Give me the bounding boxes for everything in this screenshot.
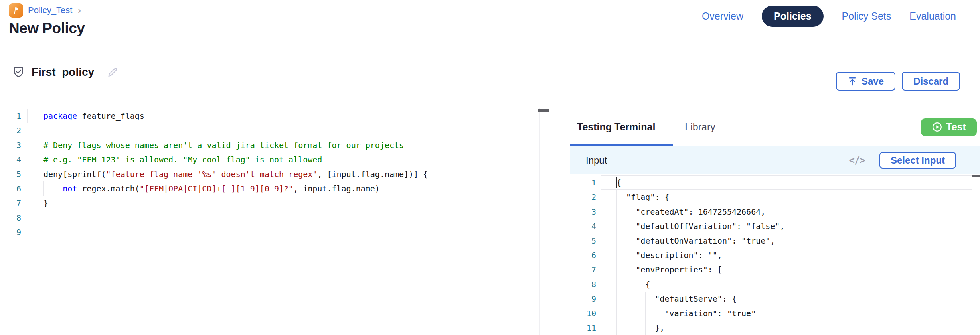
line-number: 2 [570, 190, 596, 204]
code-line-text: "defaultServe": { [616, 292, 737, 306]
test-button[interactable]: Test [921, 118, 977, 136]
code-line[interactable]: 6"description": "", [570, 248, 980, 262]
tab-overview[interactable]: Overview [702, 10, 743, 22]
code-line[interactable]: 9 [0, 225, 549, 239]
tab-policy-sets[interactable]: Policy Sets [842, 10, 891, 22]
code-line-text: { [616, 277, 650, 292]
input-header-bar: Input </> Select Input [570, 146, 980, 174]
line-number: 8 [0, 211, 21, 225]
indent-guide [626, 205, 636, 219]
code-line[interactable]: 1package feature_flags [0, 109, 549, 123]
select-input-button[interactable]: Select Input [879, 152, 956, 169]
text-cursor [616, 177, 617, 188]
code-line-text: package feature_flags [43, 109, 144, 123]
code-line-text: }, [616, 321, 664, 335]
code-line[interactable]: 7"envProperties": [ [570, 262, 980, 277]
indent-guide [636, 277, 645, 292]
code-line[interactable]: 11}, [570, 321, 980, 335]
line-number: 9 [0, 225, 21, 239]
code-line-text: deny[sprintf("feature flag name '%s' doe… [43, 167, 428, 181]
indent-guide [616, 277, 626, 292]
code-line[interactable]: 8{ [570, 277, 980, 292]
breadcrumb-project-link[interactable]: Policy_Test [28, 5, 72, 16]
input-json-editor[interactable]: 1{2"flag": {3"createdAt": 1647255426664,… [570, 174, 980, 335]
code-line-text: "flag": { [616, 190, 669, 204]
testing-panel-tabs: Testing Terminal Library Test [570, 108, 980, 146]
line-number: 3 [0, 138, 21, 152]
code-line[interactable]: 3# Deny flags whose names aren't a valid… [0, 138, 549, 152]
feature-flag-logo-icon [9, 3, 23, 18]
code-view-icon[interactable]: </> [849, 155, 865, 166]
code-line[interactable]: 5"defaultOnVariation": "true", [570, 234, 980, 248]
indent-guide [43, 181, 53, 196]
line-number: 5 [0, 167, 21, 181]
line-number: 9 [570, 292, 596, 306]
line-number: 11 [570, 321, 596, 335]
indent-guide [626, 234, 636, 248]
indent-guide [616, 234, 626, 248]
indent-guide [616, 321, 626, 335]
line-number: 1 [570, 175, 596, 190]
line-number: 5 [570, 234, 596, 248]
code-line-text: { [616, 175, 621, 190]
indent-guide [53, 181, 63, 196]
indent-guide [626, 306, 636, 321]
indent-guide [616, 205, 626, 219]
edit-pencil-icon[interactable] [106, 66, 119, 78]
indent-guide [626, 219, 636, 233]
code-line[interactable]: 2 [0, 123, 549, 138]
tab-library[interactable]: Library [685, 121, 715, 133]
code-line[interactable]: 5deny[sprintf("feature flag name '%s' do… [0, 167, 549, 181]
tab-policies[interactable]: Policies [762, 6, 824, 27]
line-number: 2 [0, 123, 21, 138]
policy-name: First_policy [32, 66, 94, 79]
indent-guide [636, 306, 645, 321]
indent-guide [626, 277, 636, 292]
new-policy-page: Policy_Test › New Policy Overview Polici… [0, 0, 980, 335]
line-number: 4 [0, 152, 21, 167]
header-divider [0, 45, 980, 45]
indent-guide [626, 262, 636, 277]
code-line-text: "defaultOffVariation": "false", [616, 219, 784, 233]
code-line[interactable]: 10"variation": "true" [570, 306, 980, 321]
code-line-text: # e.g. "FFM-123" is allowed. "My cool fl… [43, 152, 322, 167]
line-number: 6 [570, 248, 596, 262]
upload-icon [848, 77, 857, 86]
shield-check-icon [12, 65, 25, 79]
save-button-label: Save [861, 76, 884, 87]
line-number: 6 [0, 181, 21, 196]
save-button[interactable]: Save [836, 72, 895, 91]
play-circle-icon [932, 122, 942, 132]
code-line[interactable]: 6not regex.match("[FFM|OPA|CI|CD]+[-][1-… [0, 181, 549, 196]
indent-guide [645, 292, 655, 306]
indent-guide [616, 190, 626, 204]
indent-guide [626, 321, 636, 335]
code-line-text: "description": "", [616, 248, 722, 262]
code-line-text: "createdAt": 1647255426664, [616, 205, 765, 219]
code-line[interactable]: 4"defaultOffVariation": "false", [570, 219, 980, 233]
rego-code-editor[interactable]: 1package feature_flags23# Deny flags who… [0, 108, 549, 335]
discard-button[interactable]: Discard [902, 72, 960, 91]
code-line-text: "envProperties": [ [616, 262, 722, 277]
indent-guide [636, 321, 645, 335]
code-line[interactable]: 3"createdAt": 1647255426664, [570, 205, 980, 219]
indent-guide [626, 248, 636, 262]
indent-guide [616, 292, 626, 306]
breadcrumb: Policy_Test › [9, 3, 81, 18]
tab-evaluation[interactable]: Evaluation [909, 10, 956, 22]
indent-guide [616, 262, 626, 277]
discard-button-label: Discard [913, 76, 948, 87]
code-line[interactable]: 7} [0, 196, 549, 210]
code-line[interactable]: 9"defaultServe": { [570, 292, 980, 306]
chevron-right-icon: › [78, 5, 81, 16]
tab-testing-terminal[interactable]: Testing Terminal [577, 121, 655, 133]
indent-guide [626, 292, 636, 306]
indent-guide [645, 306, 655, 321]
indent-guide [616, 306, 626, 321]
code-line[interactable]: 4# e.g. "FFM-123" is allowed. "My cool f… [0, 152, 549, 167]
line-number: 1 [0, 109, 21, 123]
code-line[interactable]: 1{ [570, 175, 980, 190]
code-line-text: } [43, 196, 48, 210]
code-line[interactable]: 8 [0, 211, 549, 225]
code-line[interactable]: 2"flag": { [570, 190, 980, 204]
